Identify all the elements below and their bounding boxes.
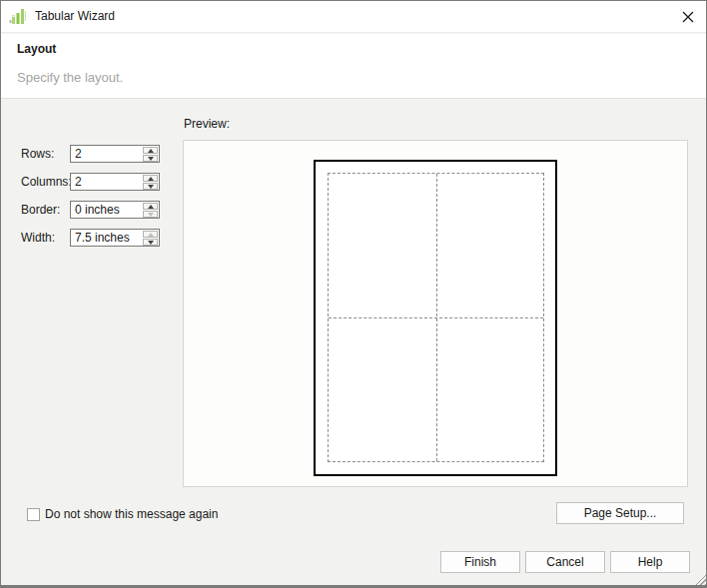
dont-show-again-label: Do not show this message again — [45, 507, 218, 521]
cancel-button[interactable]: Cancel — [525, 551, 605, 573]
page-subtitle: Specify the layout. — [17, 70, 123, 85]
columns-field — [70, 173, 160, 191]
border-input[interactable] — [71, 202, 141, 218]
width-input[interactable] — [71, 230, 141, 246]
columns-input[interactable] — [71, 174, 141, 190]
border-field — [70, 201, 160, 219]
rows-spin-up-icon[interactable] — [143, 147, 158, 154]
finish-button[interactable]: Finish — [440, 551, 520, 573]
rows-spinner — [142, 146, 159, 162]
border-spinner — [142, 202, 159, 218]
page-setup-button[interactable]: Page Setup... — [556, 502, 684, 524]
columns-spin-up-icon[interactable] — [143, 175, 158, 182]
width-field — [70, 229, 160, 247]
help-button[interactable]: Help — [610, 551, 690, 573]
rows-field — [70, 145, 160, 163]
close-icon[interactable] — [680, 9, 696, 25]
app-equalizer-icon — [9, 8, 27, 26]
tabular-wizard-dialog: Tabular Wizard Layout Specify the layout… — [0, 0, 707, 588]
width-spin-up-icon — [143, 231, 158, 238]
rows-input[interactable] — [71, 146, 141, 162]
page-title: Layout — [17, 42, 56, 56]
resize-grip[interactable] — [693, 572, 706, 585]
border-label: Border: — [21, 203, 60, 217]
rows-label: Rows: — [21, 147, 54, 161]
width-spin-down-icon[interactable] — [143, 239, 158, 246]
wizard-header: Layout Specify the layout. — [1, 34, 706, 99]
columns-spin-down-icon[interactable] — [143, 183, 158, 190]
window-title: Tabular Wizard — [35, 1, 115, 32]
dont-show-again-checkbox[interactable] — [27, 508, 40, 521]
rows-spin-down-icon[interactable] — [143, 155, 158, 162]
preview-label: Preview: — [184, 117, 230, 131]
preview-grid — [328, 173, 544, 462]
width-spinner — [142, 230, 159, 246]
title-bar: Tabular Wizard — [1, 1, 706, 33]
preview-page — [314, 160, 557, 476]
border-spin-down-icon — [143, 211, 158, 218]
columns-label: Columns: — [21, 175, 72, 189]
preview-area — [183, 140, 688, 487]
columns-spinner — [142, 174, 159, 190]
width-label: Width: — [21, 231, 55, 245]
border-spin-up-icon[interactable] — [143, 203, 158, 210]
